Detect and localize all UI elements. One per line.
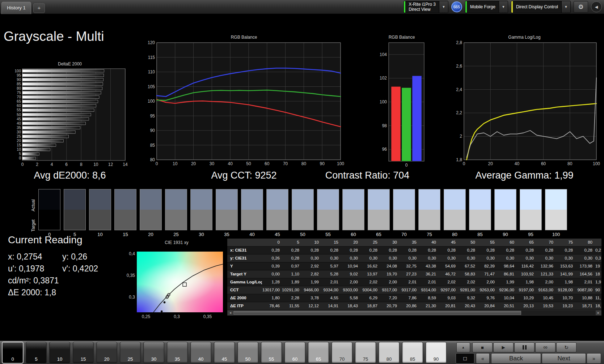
target-swatch: [520, 210, 541, 230]
table-cell: 10: [301, 239, 321, 246]
svg-text:75: 75: [17, 90, 21, 95]
level-button-90[interactable]: 90: [426, 342, 447, 363]
svg-text:96: 96: [382, 147, 387, 152]
level-button-label: 55: [261, 356, 282, 362]
level-button-15[interactable]: 15: [73, 342, 94, 363]
level-button-70[interactable]: 70: [331, 342, 352, 363]
history-tab[interactable]: History 1: [1, 2, 31, 14]
swatch-column: 90: [494, 189, 516, 237]
target-swatch: [495, 210, 516, 230]
meter-selector[interactable]: X-Rite i1Pro 3 Direct View ▼: [404, 1, 448, 13]
next-button[interactable]: Next: [542, 353, 586, 364]
collapse-icon[interactable]: ◀: [591, 1, 602, 12]
actual-swatch: [343, 189, 364, 210]
first-page-button[interactable]: «: [476, 353, 490, 364]
level-button-20[interactable]: 20: [96, 342, 117, 363]
stop-button[interactable]: ■: [472, 342, 493, 352]
continuous-measure-button[interactable]: ∞: [535, 342, 556, 352]
scroll-right-icon[interactable]: ▸: [596, 311, 601, 315]
table-cell: 24,08: [379, 262, 399, 270]
table-cell: 0,28: [301, 247, 321, 254]
table-cell: 121,33: [536, 270, 555, 278]
actual-swatch: [216, 189, 237, 210]
level-button-0[interactable]: 0: [2, 342, 23, 363]
table-cell: 0,3: [594, 254, 601, 262]
table-cell: 10,04: [497, 294, 516, 302]
svg-text:80: 80: [150, 157, 155, 162]
svg-text:5: 5: [19, 151, 21, 156]
table-cell: 0,30: [536, 254, 555, 262]
table-cell: 20: [340, 239, 360, 246]
table-row: y: CIE310,260,280,300,300,300,300,300,30…: [227, 254, 601, 262]
level-button-65[interactable]: 65: [308, 342, 329, 363]
table-cell: 10,88: [575, 294, 594, 302]
level-button-label: 75: [355, 356, 376, 362]
pattern-window-button[interactable]: □: [456, 353, 474, 364]
target-swatch: [393, 210, 415, 230]
table-cell: 86,81: [497, 270, 516, 278]
table-cell: 9466,00: [301, 286, 321, 294]
level-button-50[interactable]: 50: [237, 342, 258, 363]
last-page-button[interactable]: »: [587, 353, 601, 364]
svg-text:20: 20: [191, 161, 196, 166]
pattern-level-row: 051015202530354045505560657075808590: [2, 342, 447, 363]
scrollbar-thumb[interactable]: [233, 311, 521, 315]
svg-text:25: 25: [17, 134, 21, 138]
actual-swatch: [39, 189, 60, 210]
swatch-pair: [64, 189, 86, 230]
chevron-down-icon[interactable]: ▼: [439, 1, 448, 13]
svg-text:2: 2: [460, 134, 462, 139]
swatch-level-label: 45: [266, 232, 288, 237]
table-cell: 0,30: [516, 254, 536, 262]
table-scrollbar[interactable]: ◂ ▸: [227, 310, 601, 316]
level-button-label: 15: [73, 356, 93, 362]
level-button-75[interactable]: 75: [355, 342, 376, 363]
pattern-source-selector[interactable]: Mobile Forge ▼: [465, 1, 508, 13]
back-button[interactable]: Back: [491, 353, 541, 364]
svg-text:95: 95: [150, 114, 155, 119]
refresh-button[interactable]: ↻: [556, 342, 576, 352]
play-button[interactable]: ▶: [493, 342, 514, 352]
target-swatch: [545, 210, 567, 230]
table-cell: 9303,00: [340, 286, 360, 294]
pause-button[interactable]: [514, 342, 535, 352]
chevron-down-icon[interactable]: ▼: [561, 1, 570, 13]
swatch-column: 95: [520, 189, 542, 237]
level-button-85[interactable]: 85: [402, 342, 423, 363]
level-button-10[interactable]: 10: [49, 342, 70, 363]
level-button-55[interactable]: 55: [261, 342, 282, 363]
table-cell: 9281,00: [457, 286, 477, 294]
level-button-45[interactable]: 45: [214, 342, 235, 363]
gear-icon[interactable]: ⚙: [574, 1, 588, 13]
level-button-60[interactable]: 60: [284, 342, 305, 363]
display-control-name: Direct Display Control: [516, 4, 558, 9]
table-cell: [594, 239, 601, 246]
level-button-35[interactable]: 35: [167, 342, 188, 363]
table-cell: 11,55: [282, 302, 301, 310]
scroll-left-icon[interactable]: ◂: [228, 311, 233, 315]
actual-swatch: [444, 189, 465, 210]
level-button-5[interactable]: 5: [26, 342, 47, 363]
swatch-level-label: 25: [165, 232, 187, 237]
display-control-selector[interactable]: Direct Display Control ▼: [511, 1, 571, 13]
level-button-80[interactable]: 80: [379, 342, 400, 363]
reading-de: ΔE 2000: 1,8: [8, 287, 62, 299]
chevron-down-icon[interactable]: ▼: [499, 1, 508, 13]
table-cell: 2,00: [379, 278, 399, 286]
level-button-40[interactable]: 40: [190, 342, 211, 363]
table-header-row: 05101520253035404550556065707580: [227, 239, 601, 247]
table-cell: 0,97: [282, 262, 301, 270]
swatch-pair: [545, 189, 567, 230]
svg-text:60: 60: [541, 161, 546, 166]
target-swatch: [368, 210, 389, 230]
swatch-level-label: 80: [444, 232, 466, 237]
target-swatch: [292, 210, 313, 230]
svg-text:55: 55: [17, 108, 21, 112]
swatch-column: 0: [38, 189, 60, 237]
new-tab-button[interactable]: +: [33, 3, 45, 13]
level-button-25[interactable]: 25: [120, 342, 141, 363]
level-button-30[interactable]: 30: [143, 342, 164, 363]
up-button[interactable]: ▲: [456, 342, 470, 352]
swatch-pair: [317, 189, 339, 230]
table-cell: 9297,00: [438, 286, 457, 294]
